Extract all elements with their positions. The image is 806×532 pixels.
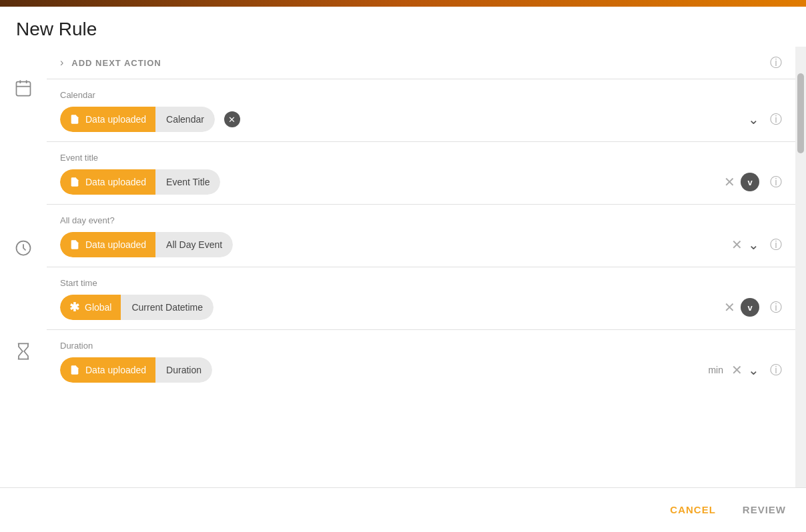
clock-icon [7, 233, 40, 287]
start-time-pill-left-text: Global [85, 302, 111, 313]
all-day-event-pill-left: Data uploaded [60, 232, 155, 257]
calendar-pill[interactable]: Data uploaded Calendar [60, 107, 215, 132]
star-icon: ✱ [69, 300, 79, 315]
start-time-pill-right-text: Current Datetime [131, 302, 203, 313]
start-time-label: Start time [60, 278, 782, 288]
add-next-action-label: ADD NEXT ACTION [71, 58, 161, 68]
all-day-event-help-icon[interactable]: ⓘ [770, 237, 782, 253]
calendar-controls: ⌄ [748, 111, 759, 127]
start-time-pill-left: ✱ Global [60, 295, 121, 320]
calendar-icon [7, 73, 40, 127]
doc-icon-2 [69, 177, 80, 187]
event-title-help-icon[interactable]: ⓘ [770, 174, 782, 190]
scrollbar-thumb[interactable] [797, 73, 804, 153]
cancel-button[interactable]: CANCEL [670, 504, 716, 515]
all-day-event-controls: ✕ ⌄ [731, 237, 759, 253]
calendar-pill-right: Calendar [155, 107, 215, 132]
review-button[interactable]: REVIEW [743, 504, 786, 515]
calendar-pill-left-text: Data uploaded [85, 114, 146, 125]
duration-pill-right-text: Duration [166, 365, 202, 375]
event-title-label: Event title [60, 153, 782, 163]
event-title-controls: ✕ v [724, 173, 759, 191]
help-icon-bar[interactable]: ⓘ [770, 55, 782, 71]
all-day-event-label: All day event? [60, 215, 782, 225]
start-time-pill-right: Current Datetime [121, 295, 214, 320]
page-title: New Rule [16, 19, 790, 40]
all-day-event-pill-left-text: Data uploaded [85, 239, 146, 250]
duration-label: Duration [60, 341, 782, 351]
event-title-clear-icon[interactable]: ✕ [724, 174, 735, 190]
duration-chevron-down-icon[interactable]: ⌄ [748, 362, 759, 378]
start-time-v-badge[interactable]: v [741, 298, 759, 317]
event-title-pill-left: Data uploaded [60, 169, 155, 195]
duration-help-icon[interactable]: ⓘ [770, 362, 782, 378]
calendar-chevron-down-icon[interactable]: ⌄ [748, 111, 759, 127]
chevron-right-icon: › [60, 57, 63, 69]
duration-clear-icon[interactable]: ✕ [731, 362, 743, 378]
footer: CANCEL REVIEW [0, 487, 806, 531]
sidebar [0, 47, 47, 487]
start-time-field-row: Start time ✱ Global Current Datetime ✕ v… [47, 267, 795, 330]
add-next-action-bar[interactable]: › ADD NEXT ACTION ⓘ [47, 47, 795, 79]
all-day-event-clear-icon[interactable]: ✕ [731, 237, 743, 253]
doc-icon [69, 114, 80, 125]
event-title-v-badge[interactable]: v [741, 173, 759, 191]
event-title-pill-right-text: Event Title [166, 177, 210, 187]
top-bar [0, 0, 806, 7]
all-day-event-field-row: All day event? Data uploaded All Day Eve… [47, 205, 795, 267]
start-time-help-icon[interactable]: ⓘ [770, 299, 782, 315]
form-area: › ADD NEXT ACTION ⓘ Calendar Data upload… [47, 47, 795, 487]
calendar-pill-left: Data uploaded [60, 107, 155, 132]
duration-controls: min ✕ ⌄ [708, 362, 759, 378]
all-day-event-chevron-down-icon[interactable]: ⌄ [748, 237, 759, 253]
hourglass-icon [7, 337, 40, 390]
header: New Rule [0, 7, 806, 47]
duration-pill-left: Data uploaded [60, 357, 155, 383]
all-day-event-pill-right: All Day Event [155, 232, 233, 257]
start-time-pill[interactable]: ✱ Global Current Datetime [60, 295, 214, 320]
calendar-pill-right-text: Calendar [166, 114, 204, 125]
calendar-label: Calendar [60, 90, 782, 100]
event-title-field-row: Event title Data uploaded Event Title [47, 142, 795, 205]
main-content: › ADD NEXT ACTION ⓘ Calendar Data upload… [0, 47, 806, 487]
all-day-event-pill[interactable]: Data uploaded All Day Event [60, 232, 233, 257]
duration-field-content: Data uploaded Duration min ✕ ⌄ ⓘ [60, 357, 782, 392]
event-title-pill-right: Event Title [155, 169, 220, 195]
calendar-help-icon[interactable]: ⓘ [770, 111, 782, 127]
duration-field-row: Duration Data uploaded Duration [47, 330, 795, 392]
duration-min-label: min [708, 365, 723, 375]
duration-pill[interactable]: Data uploaded Duration [60, 357, 212, 383]
all-day-event-field-content: Data uploaded All Day Event ✕ ⌄ ⓘ [60, 232, 782, 267]
all-day-event-pill-right-text: All Day Event [166, 239, 222, 250]
calendar-pill-close[interactable]: ✕ [224, 111, 240, 127]
start-time-clear-icon[interactable]: ✕ [724, 299, 735, 315]
svg-rect-0 [17, 82, 31, 96]
start-time-controls: ✕ v [724, 298, 759, 317]
duration-pill-right: Duration [155, 357, 212, 383]
scrollbar[interactable] [795, 47, 806, 487]
calendar-field-row: Calendar Data uploaded Calendar [47, 79, 795, 142]
event-title-field-content: Data uploaded Event Title ✕ v ⓘ [60, 169, 782, 204]
duration-pill-left-text: Data uploaded [85, 365, 146, 375]
start-time-field-content: ✱ Global Current Datetime ✕ v ⓘ [60, 295, 782, 329]
doc-icon-4 [69, 365, 80, 375]
event-title-pill-left-text: Data uploaded [85, 177, 146, 187]
event-title-pill[interactable]: Data uploaded Event Title [60, 169, 220, 195]
doc-icon-3 [69, 239, 80, 250]
calendar-field-content: Data uploaded Calendar ✕ ⌄ ⓘ [60, 107, 782, 141]
